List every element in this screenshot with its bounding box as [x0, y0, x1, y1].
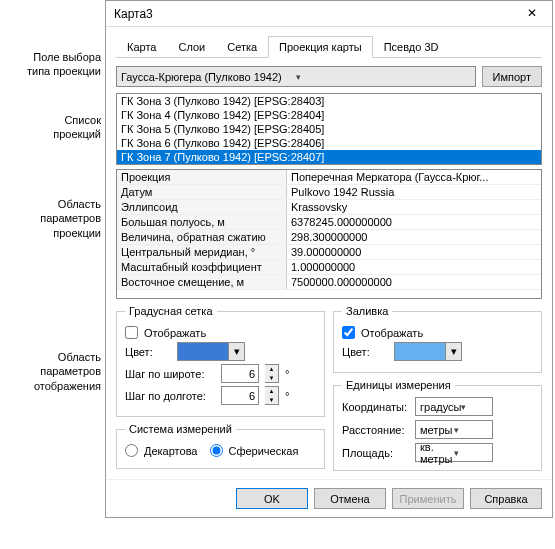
projection-type-value: Гаусса-Крюгера (Пулково 1942)	[121, 71, 296, 83]
chevron-down-icon: ▾	[454, 448, 488, 458]
tab-bar: Карта Слои Сетка Проекция карты Псевдо 3…	[116, 35, 542, 58]
detail-val: 298.300000000	[287, 230, 541, 244]
degree-sign: °	[285, 390, 289, 402]
group-legend: Градусная сетка	[125, 305, 217, 317]
lat-step-label: Шаг по широте:	[125, 368, 215, 380]
tab-grid[interactable]: Сетка	[216, 36, 268, 58]
group-legend: Система измерений	[125, 423, 236, 435]
detail-key: Восточное смещение, м	[117, 275, 287, 289]
chevron-down-icon: ▾	[296, 72, 471, 82]
detail-val: 7500000.000000000	[287, 275, 541, 289]
lon-step-spinner[interactable]: ▲▼	[265, 386, 279, 405]
detail-key: Проекция	[117, 170, 287, 184]
detail-key: Эллипсоид	[117, 200, 287, 214]
cartesian-label: Декартова	[144, 445, 198, 457]
fill-show-label: Отображать	[361, 327, 423, 339]
apply-button[interactable]: Применить	[392, 488, 464, 509]
color-swatch	[395, 343, 445, 360]
detail-val: Pulkovo 1942 Russia	[287, 185, 541, 199]
lon-step-input[interactable]	[221, 386, 259, 405]
degree-grid-group: Градусная сетка Отображать Цвет: ▾ Шаг п…	[116, 305, 325, 417]
cartesian-radio[interactable]	[125, 444, 138, 457]
grid-color-picker[interactable]: ▾	[177, 342, 245, 361]
distance-units-select[interactable]: метры▾	[415, 420, 493, 439]
tab-pseudo3d[interactable]: Псевдо 3D	[373, 36, 450, 58]
lat-step-spinner[interactable]: ▲▼	[265, 364, 279, 383]
lon-step-label: Шаг по долготе:	[125, 390, 215, 402]
fill-show-checkbox[interactable]	[342, 326, 355, 339]
spherical-label: Сферическая	[229, 445, 299, 457]
fill-color-label: Цвет:	[342, 346, 388, 358]
window-title: Карта3	[114, 7, 153, 21]
cancel-button[interactable]: Отмена	[314, 488, 386, 509]
measurement-system-group: Система измерений Декартова Сферическая	[116, 423, 325, 469]
help-button[interactable]: Справка	[470, 488, 542, 509]
grid-show-label: Отображать	[144, 327, 206, 339]
tab-map[interactable]: Карта	[116, 36, 167, 58]
import-button[interactable]: Импорт	[482, 66, 542, 87]
detail-key: Масштабный коэффициент	[117, 260, 287, 274]
detail-key: Большая полуось, м	[117, 215, 287, 229]
annotation: Областьпараметровотображения	[0, 350, 105, 393]
group-legend: Заливка	[342, 305, 392, 317]
chevron-down-icon: ▾	[454, 425, 488, 435]
degree-sign: °	[285, 368, 289, 380]
spherical-radio[interactable]	[210, 444, 223, 457]
list-item[interactable]: ГК Зона 5 (Пулково 1942) [EPSG:28405]	[117, 122, 541, 136]
fill-group: Заливка Отображать Цвет: ▾	[333, 305, 542, 373]
projection-list[interactable]: ГК Зона 3 (Пулково 1942) [EPSG:28403] ГК…	[116, 93, 542, 165]
titlebar: Карта3 ✕	[106, 1, 552, 27]
detail-val: 39.000000000	[287, 245, 541, 259]
dialog-footer: OK Отмена Применить Справка	[106, 479, 552, 517]
area-units-value: кв. метры	[420, 441, 454, 465]
close-button[interactable]: ✕	[512, 1, 552, 27]
list-item[interactable]: ГК Зона 4 (Пулково 1942) [EPSG:28404]	[117, 108, 541, 122]
group-legend: Единицы измерения	[342, 379, 455, 391]
annotation: Областьпараметровпроекции	[0, 197, 105, 240]
area-label: Площадь:	[342, 447, 407, 459]
tab-projection[interactable]: Проекция карты	[268, 36, 373, 58]
area-units-select[interactable]: кв. метры▾	[415, 443, 493, 462]
coord-label: Координаты:	[342, 401, 407, 413]
grid-color-label: Цвет:	[125, 346, 171, 358]
chevron-down-icon: ▾	[445, 343, 461, 360]
dialog-window: Карта3 ✕ Карта Слои Сетка Проекция карты…	[105, 0, 553, 518]
detail-val: 6378245.000000000	[287, 215, 541, 229]
coord-units-value: градусы	[420, 401, 461, 413]
list-item-selected[interactable]: ГК Зона 7 (Пулково 1942) [EPSG:28407]	[117, 150, 541, 164]
chevron-down-icon: ▾	[228, 343, 244, 360]
detail-val: Krassovsky	[287, 200, 541, 214]
fill-color-picker[interactable]: ▾	[394, 342, 462, 361]
dist-label: Расстояние:	[342, 424, 407, 436]
list-item[interactable]: ГК Зона 6 (Пулково 1942) [EPSG:28406]	[117, 136, 541, 150]
detail-key: Датум	[117, 185, 287, 199]
tab-layers[interactable]: Слои	[167, 36, 216, 58]
projection-type-combo[interactable]: Гаусса-Крюгера (Пулково 1942) ▾	[116, 66, 476, 87]
lat-step-input[interactable]	[221, 364, 259, 383]
projection-details[interactable]: ПроекцияПоперечная Меркатора (Гаусса-Крю…	[116, 169, 542, 299]
coord-units-select[interactable]: градусы▾	[415, 397, 493, 416]
detail-key: Величина, обратная сжатию	[117, 230, 287, 244]
annotation: Списокпроекций	[0, 113, 105, 142]
detail-val: 1.000000000	[287, 260, 541, 274]
color-swatch	[178, 343, 228, 360]
list-item[interactable]: ГК Зона 3 (Пулково 1942) [EPSG:28403]	[117, 94, 541, 108]
annotation: Поле выборатипа проекции	[0, 50, 105, 79]
units-group: Единицы измерения Координаты: градусы▾ Р…	[333, 379, 542, 471]
ok-button[interactable]: OK	[236, 488, 308, 509]
detail-val: Поперечная Меркатора (Гаусса-Крюг...	[287, 170, 541, 184]
detail-key: Центральный меридиан, °	[117, 245, 287, 259]
chevron-down-icon: ▾	[461, 402, 488, 412]
dist-units-value: метры	[420, 424, 454, 436]
grid-show-checkbox[interactable]	[125, 326, 138, 339]
